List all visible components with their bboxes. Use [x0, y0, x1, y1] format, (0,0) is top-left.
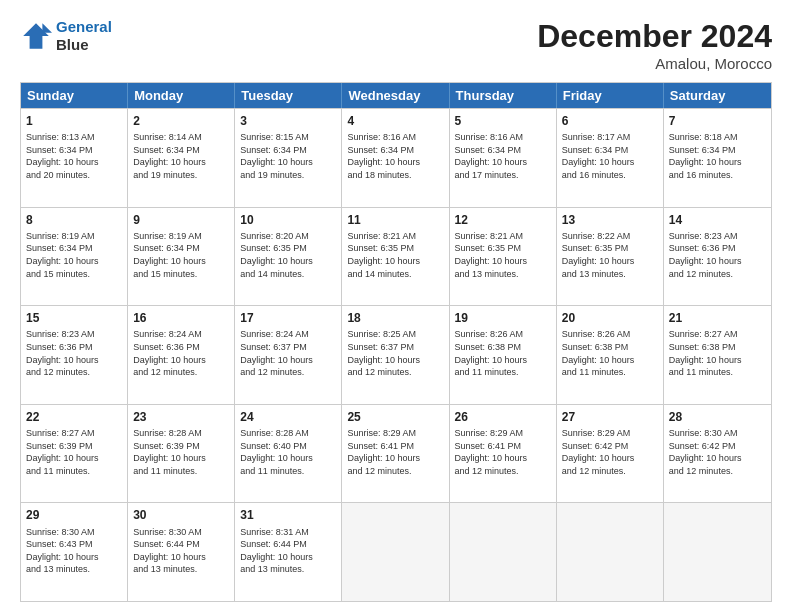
logo: General Blue [20, 18, 112, 54]
day-info: Sunrise: 8:17 AM Sunset: 6:34 PM Dayligh… [562, 131, 658, 181]
day-number: 19 [455, 310, 551, 326]
day-number: 3 [240, 113, 336, 129]
main-title: December 2024 [537, 18, 772, 55]
day-number: 11 [347, 212, 443, 228]
day-number: 1 [26, 113, 122, 129]
calendar-cell: 18Sunrise: 8:25 AM Sunset: 6:37 PM Dayli… [342, 306, 449, 404]
day-number: 4 [347, 113, 443, 129]
day-number: 6 [562, 113, 658, 129]
calendar-cell: 19Sunrise: 8:26 AM Sunset: 6:38 PM Dayli… [450, 306, 557, 404]
day-info: Sunrise: 8:25 AM Sunset: 6:37 PM Dayligh… [347, 328, 443, 378]
day-info: Sunrise: 8:19 AM Sunset: 6:34 PM Dayligh… [133, 230, 229, 280]
day-number: 18 [347, 310, 443, 326]
calendar-day-header: Sunday [21, 83, 128, 108]
day-number: 30 [133, 507, 229, 523]
calendar-cell: 4Sunrise: 8:16 AM Sunset: 6:34 PM Daylig… [342, 109, 449, 207]
calendar-cell: 3Sunrise: 8:15 AM Sunset: 6:34 PM Daylig… [235, 109, 342, 207]
day-info: Sunrise: 8:23 AM Sunset: 6:36 PM Dayligh… [669, 230, 766, 280]
calendar-cell: 15Sunrise: 8:23 AM Sunset: 6:36 PM Dayli… [21, 306, 128, 404]
calendar-day-header: Friday [557, 83, 664, 108]
day-number: 31 [240, 507, 336, 523]
day-number: 28 [669, 409, 766, 425]
svg-marker-1 [42, 23, 52, 33]
day-number: 15 [26, 310, 122, 326]
calendar-cell: 23Sunrise: 8:28 AM Sunset: 6:39 PM Dayli… [128, 405, 235, 503]
day-info: Sunrise: 8:19 AM Sunset: 6:34 PM Dayligh… [26, 230, 122, 280]
day-info: Sunrise: 8:30 AM Sunset: 6:44 PM Dayligh… [133, 526, 229, 576]
calendar-week-row: 15Sunrise: 8:23 AM Sunset: 6:36 PM Dayli… [21, 305, 771, 404]
calendar-cell: 29Sunrise: 8:30 AM Sunset: 6:43 PM Dayli… [21, 503, 128, 601]
calendar-week-row: 29Sunrise: 8:30 AM Sunset: 6:43 PM Dayli… [21, 502, 771, 601]
day-number: 22 [26, 409, 122, 425]
calendar-cell: 2Sunrise: 8:14 AM Sunset: 6:34 PM Daylig… [128, 109, 235, 207]
calendar-cell: 5Sunrise: 8:16 AM Sunset: 6:34 PM Daylig… [450, 109, 557, 207]
day-info: Sunrise: 8:14 AM Sunset: 6:34 PM Dayligh… [133, 131, 229, 181]
day-info: Sunrise: 8:28 AM Sunset: 6:40 PM Dayligh… [240, 427, 336, 477]
day-info: Sunrise: 8:13 AM Sunset: 6:34 PM Dayligh… [26, 131, 122, 181]
day-number: 24 [240, 409, 336, 425]
calendar-week-row: 8Sunrise: 8:19 AM Sunset: 6:34 PM Daylig… [21, 207, 771, 306]
day-number: 26 [455, 409, 551, 425]
calendar-cell: 6Sunrise: 8:17 AM Sunset: 6:34 PM Daylig… [557, 109, 664, 207]
day-info: Sunrise: 8:20 AM Sunset: 6:35 PM Dayligh… [240, 230, 336, 280]
day-info: Sunrise: 8:26 AM Sunset: 6:38 PM Dayligh… [455, 328, 551, 378]
calendar-cell: 27Sunrise: 8:29 AM Sunset: 6:42 PM Dayli… [557, 405, 664, 503]
calendar-day-header: Saturday [664, 83, 771, 108]
calendar-cell [664, 503, 771, 601]
day-info: Sunrise: 8:21 AM Sunset: 6:35 PM Dayligh… [455, 230, 551, 280]
day-info: Sunrise: 8:22 AM Sunset: 6:35 PM Dayligh… [562, 230, 658, 280]
day-info: Sunrise: 8:27 AM Sunset: 6:38 PM Dayligh… [669, 328, 766, 378]
day-info: Sunrise: 8:24 AM Sunset: 6:37 PM Dayligh… [240, 328, 336, 378]
day-number: 21 [669, 310, 766, 326]
day-number: 12 [455, 212, 551, 228]
calendar-cell: 30Sunrise: 8:30 AM Sunset: 6:44 PM Dayli… [128, 503, 235, 601]
day-info: Sunrise: 8:21 AM Sunset: 6:35 PM Dayligh… [347, 230, 443, 280]
day-number: 9 [133, 212, 229, 228]
day-info: Sunrise: 8:29 AM Sunset: 6:41 PM Dayligh… [347, 427, 443, 477]
calendar-cell: 24Sunrise: 8:28 AM Sunset: 6:40 PM Dayli… [235, 405, 342, 503]
day-info: Sunrise: 8:28 AM Sunset: 6:39 PM Dayligh… [133, 427, 229, 477]
logo-text: General Blue [56, 18, 112, 54]
calendar: SundayMondayTuesdayWednesdayThursdayFrid… [20, 82, 772, 602]
calendar-cell: 14Sunrise: 8:23 AM Sunset: 6:36 PM Dayli… [664, 208, 771, 306]
subtitle: Amalou, Morocco [537, 55, 772, 72]
calendar-cell: 16Sunrise: 8:24 AM Sunset: 6:36 PM Dayli… [128, 306, 235, 404]
calendar-cell: 8Sunrise: 8:19 AM Sunset: 6:34 PM Daylig… [21, 208, 128, 306]
calendar-cell: 28Sunrise: 8:30 AM Sunset: 6:42 PM Dayli… [664, 405, 771, 503]
calendar-day-header: Tuesday [235, 83, 342, 108]
calendar-cell: 17Sunrise: 8:24 AM Sunset: 6:37 PM Dayli… [235, 306, 342, 404]
calendar-cell: 31Sunrise: 8:31 AM Sunset: 6:44 PM Dayli… [235, 503, 342, 601]
calendar-cell: 9Sunrise: 8:19 AM Sunset: 6:34 PM Daylig… [128, 208, 235, 306]
calendar-body: 1Sunrise: 8:13 AM Sunset: 6:34 PM Daylig… [21, 108, 771, 601]
calendar-day-header: Thursday [450, 83, 557, 108]
calendar-cell: 7Sunrise: 8:18 AM Sunset: 6:34 PM Daylig… [664, 109, 771, 207]
calendar-cell: 25Sunrise: 8:29 AM Sunset: 6:41 PM Dayli… [342, 405, 449, 503]
day-info: Sunrise: 8:29 AM Sunset: 6:41 PM Dayligh… [455, 427, 551, 477]
day-number: 8 [26, 212, 122, 228]
calendar-cell: 11Sunrise: 8:21 AM Sunset: 6:35 PM Dayli… [342, 208, 449, 306]
page: General Blue December 2024 Amalou, Moroc… [0, 0, 792, 612]
title-area: December 2024 Amalou, Morocco [537, 18, 772, 72]
calendar-cell: 22Sunrise: 8:27 AM Sunset: 6:39 PM Dayli… [21, 405, 128, 503]
calendar-cell: 13Sunrise: 8:22 AM Sunset: 6:35 PM Dayli… [557, 208, 664, 306]
day-number: 23 [133, 409, 229, 425]
day-info: Sunrise: 8:15 AM Sunset: 6:34 PM Dayligh… [240, 131, 336, 181]
day-number: 5 [455, 113, 551, 129]
day-info: Sunrise: 8:24 AM Sunset: 6:36 PM Dayligh… [133, 328, 229, 378]
calendar-header: SundayMondayTuesdayWednesdayThursdayFrid… [21, 83, 771, 108]
logo-icon [20, 20, 52, 52]
calendar-week-row: 1Sunrise: 8:13 AM Sunset: 6:34 PM Daylig… [21, 108, 771, 207]
calendar-cell: 20Sunrise: 8:26 AM Sunset: 6:38 PM Dayli… [557, 306, 664, 404]
calendar-cell: 10Sunrise: 8:20 AM Sunset: 6:35 PM Dayli… [235, 208, 342, 306]
day-info: Sunrise: 8:18 AM Sunset: 6:34 PM Dayligh… [669, 131, 766, 181]
day-number: 16 [133, 310, 229, 326]
calendar-day-header: Wednesday [342, 83, 449, 108]
day-info: Sunrise: 8:23 AM Sunset: 6:36 PM Dayligh… [26, 328, 122, 378]
calendar-cell: 1Sunrise: 8:13 AM Sunset: 6:34 PM Daylig… [21, 109, 128, 207]
day-number: 27 [562, 409, 658, 425]
calendar-cell [450, 503, 557, 601]
calendar-day-header: Monday [128, 83, 235, 108]
calendar-week-row: 22Sunrise: 8:27 AM Sunset: 6:39 PM Dayli… [21, 404, 771, 503]
day-info: Sunrise: 8:16 AM Sunset: 6:34 PM Dayligh… [455, 131, 551, 181]
day-info: Sunrise: 8:26 AM Sunset: 6:38 PM Dayligh… [562, 328, 658, 378]
